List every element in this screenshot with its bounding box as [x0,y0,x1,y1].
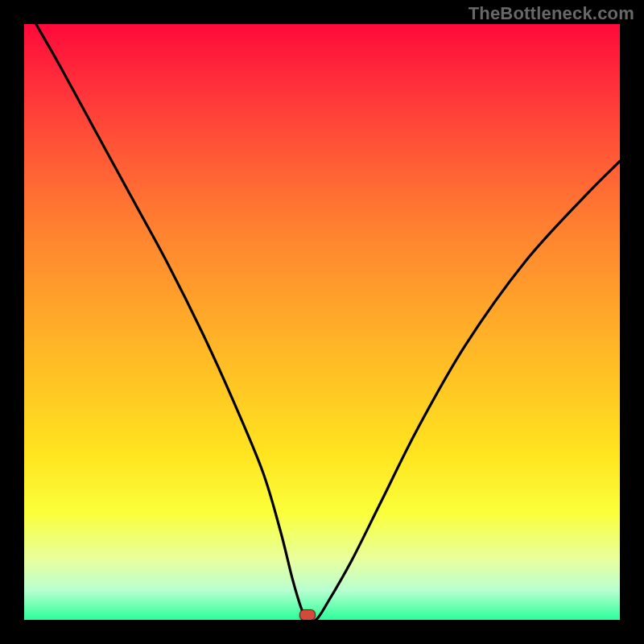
chart-frame: TheBottleneck.com [0,0,644,644]
watermark-text: TheBottleneck.com [469,3,634,24]
plot-area [24,24,620,620]
bottleneck-curve [24,24,620,620]
optimal-point-marker [299,609,316,620]
curve-path [36,24,620,620]
